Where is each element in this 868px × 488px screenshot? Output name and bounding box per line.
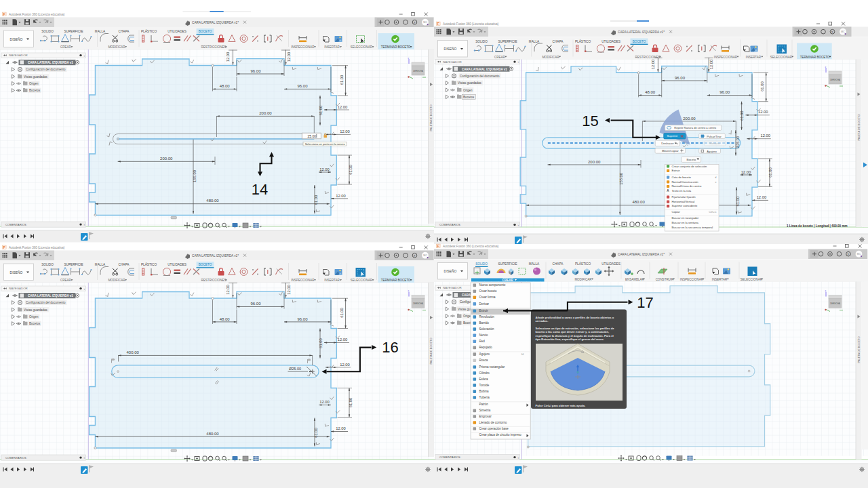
svg-text:COMENTARIOS: COMENTARIOS [439, 455, 460, 459]
svg-text:Crear boceto: Crear boceto [479, 289, 498, 293]
svg-text:1 Línea de boceto | Longitud |: 1 Línea de boceto | Longitud | 400.00 mm [787, 224, 848, 228]
svg-text:Buscar en la secuencia tempora: Buscar en la secuencia temporal [672, 226, 713, 229]
svg-text:?: ? [414, 21, 416, 24]
svg-text:PLÁSTICO: PLÁSTICO [575, 262, 591, 266]
svg-text:PALETA DE BOCETO: PALETA DE BOCETO [429, 104, 433, 131]
svg-text:CHAPA: CHAPA [553, 40, 564, 43]
svg-text:ENSAMBLAR: ENSAMBLAR [625, 278, 645, 281]
svg-text:z: z [825, 289, 827, 292]
svg-text:Autodesk Fusion 360 (Licencia: Autodesk Fusion 360 (Licencia educativa) [9, 13, 65, 16]
svg-text:cerrados.: cerrados. [536, 319, 549, 323]
svg-text:12.00: 12.00 [338, 105, 348, 109]
svg-text:Selecciona un punto en la ranu: Selecciona un punto en la ranura [305, 142, 345, 146]
svg-text:RESTRICCIONES: RESTRICCIONES [201, 279, 226, 282]
svg-text:61.00: 61.00 [340, 75, 344, 85]
svg-text:Normal/Construcción: Normal/Construcción [672, 180, 699, 184]
svg-text:12.00: 12.00 [741, 170, 751, 174]
svg-text:MC: MC [857, 253, 861, 256]
svg-text:NAVEGADOR: NAVEGADOR [9, 287, 28, 290]
svg-text:Autodesk Fusion 360 (Licencia: Autodesk Fusion 360 (Licencia educativa) [9, 246, 65, 249]
svg-text:DERECHA: DERECHA [413, 302, 423, 305]
svg-text:DERECHA: DERECHA [830, 302, 840, 305]
svg-text:CARA LATERAL IZQUIERDA v1*: CARA LATERAL IZQUIERDA v1* [192, 21, 239, 24]
svg-text:Extruir: Extruir [672, 169, 681, 172]
svg-text:48.00: 48.00 [645, 90, 656, 94]
svg-text:Bocetos: Bocetos [29, 89, 41, 92]
svg-text:DISEÑO: DISEÑO [10, 37, 23, 41]
svg-text:96.00: 96.00 [250, 69, 261, 73]
svg-text:480.00: 480.00 [206, 432, 219, 436]
svg-text:MALLA: MALLA [529, 40, 540, 43]
svg-text:12.00: 12.00 [651, 60, 655, 70]
svg-text:480.00: 480.00 [206, 199, 219, 203]
svg-text:CARA LATERAL IZQUIERDA v1*: CARA LATERAL IZQUIERDA v1* [618, 253, 665, 256]
svg-text:SELECCIONAR: SELECCIONAR [741, 278, 763, 281]
svg-text:12.00: 12.00 [287, 285, 291, 295]
svg-text:INSERTAR: INSERTAR [712, 278, 728, 281]
svg-text:Vistas guardadas: Vistas guardadas [24, 308, 47, 312]
svg-text:d: d [715, 176, 716, 179]
svg-text:Origen: Origen [463, 89, 473, 92]
svg-text:BOCETO: BOCETO [199, 263, 212, 266]
svg-text:155.00: 155.00 [193, 170, 197, 182]
svg-text:Mover/copiar: Mover/copiar [662, 149, 679, 152]
svg-text:CREAR: CREAR [494, 56, 506, 59]
svg-text:Extruir: Extruir [479, 309, 489, 312]
svg-text:96.00: 96.00 [297, 84, 308, 88]
svg-text:DERECHA: DERECHA [830, 79, 840, 81]
svg-text:MODIFICAR: MODIFICAR [574, 278, 592, 281]
svg-text:Deshacer: Deshacer [661, 142, 674, 145]
svg-text:PALETA DE BOCETO: PALETA DE BOCETO [857, 114, 861, 140]
svg-text:Ø25.00: Ø25.00 [289, 367, 301, 371]
svg-text:61.00: 61.00 [741, 111, 745, 121]
svg-text:480.00: 480.00 [632, 200, 645, 204]
svg-text:Autodesk Fusion 360 (Licencia: Autodesk Fusion 360 (Licencia educativa) [443, 22, 499, 26]
svg-text:Patrón: Patrón [479, 403, 489, 406]
svg-text:Llenado de contorno: Llenado de contorno [479, 421, 508, 424]
svg-text:61.00: 61.00 [349, 165, 353, 175]
svg-text:Repujado: Repujado [479, 346, 493, 349]
svg-text:12.00: 12.00 [336, 426, 346, 430]
svg-text:Suprimir: Suprimir [667, 134, 679, 138]
svg-text:12.00: 12.00 [709, 60, 713, 70]
svg-text:PLÁSTICO: PLÁSTICO [575, 39, 591, 43]
svg-text:61.00: 61.00 [314, 195, 318, 205]
svg-text:Rehacer: Rehacer [709, 142, 720, 145]
svg-text:48.00: 48.00 [220, 317, 231, 321]
svg-text:Derivar: Derivar [479, 302, 490, 306]
svg-text:12.00: 12.00 [340, 129, 350, 134]
svg-text:Copiar: Copiar [672, 210, 681, 214]
svg-text:61.00: 61.00 [760, 81, 764, 92]
svg-text:z: z [825, 66, 827, 68]
svg-text:Revolución: Revolución [479, 315, 495, 319]
svg-text:Seleccione un tipo de extrusió: Seleccione un tipo de extrusión, selecci… [536, 327, 615, 330]
svg-text:INSPECCIONAR: INSPECCIONAR [291, 279, 315, 282]
svg-text:12.00: 12.00 [319, 167, 330, 171]
svg-text:Bocetos: Bocetos [463, 96, 475, 99]
svg-text:COMENTARIOS: COMENTARIOS [5, 223, 26, 226]
svg-text:SOLIDO: SOLIDO [475, 262, 488, 266]
svg-text:Bocetos: Bocetos [29, 322, 41, 325]
svg-text:Rosca: Rosca [479, 359, 488, 362]
svg-text:TERMINAR BOCETO: TERMINAR BOCETO [800, 56, 830, 59]
svg-text:CREAR: CREAR [60, 279, 72, 282]
svg-text:Configuración del documento: Configuración del documento [460, 75, 500, 78]
svg-text:61.00: 61.00 [736, 197, 740, 207]
svg-text:Pulsar/Tirar: Pulsar/Tirar [707, 135, 722, 138]
svg-text:Origen: Origen [29, 315, 39, 319]
svg-text:Cota de boceto: Cota de boceto [672, 176, 692, 179]
svg-text:Solevación: Solevación [479, 327, 495, 331]
svg-text:PALETA DE BOCETO: PALETA DE BOCETO [857, 336, 861, 363]
svg-text:INSPECCIONAR: INSPECCIONAR [291, 45, 315, 49]
svg-text:48.00: 48.00 [220, 84, 231, 88]
svg-text:12.00: 12.00 [338, 338, 348, 342]
svg-text:200.00: 200.00 [160, 157, 173, 161]
svg-text:UTILIDADES: UTILIDADES [167, 263, 186, 266]
svg-text:INSPECCIONAR: INSPECCIONAR [680, 278, 704, 281]
svg-text:especifique la distancia y el: especifique la distancia y el ángulo de … [536, 334, 614, 338]
svg-text:UTILIDADES: UTILIDADES [167, 30, 186, 33]
svg-text:Crear forma: Crear forma [479, 296, 496, 299]
svg-text:SUPERFICIE: SUPERFICIE [498, 40, 517, 43]
svg-text:SOLIDO: SOLIDO [475, 40, 488, 43]
svg-text:61.00: 61.00 [319, 106, 323, 116]
